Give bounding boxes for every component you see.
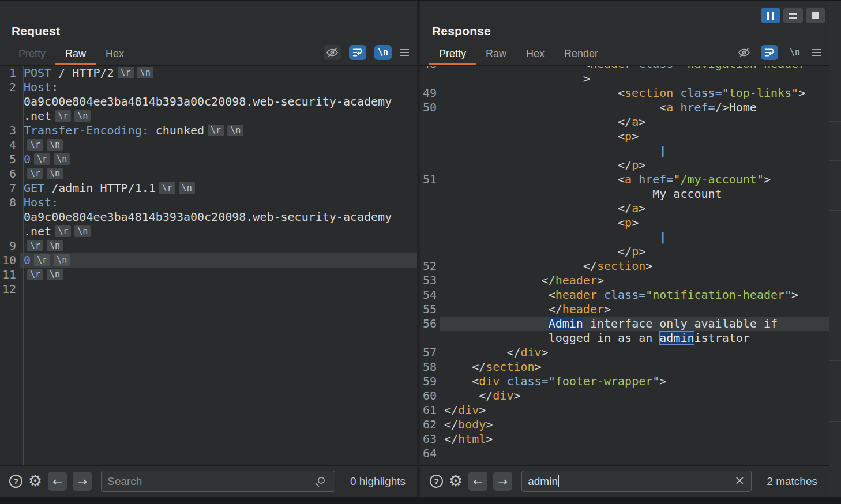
code-line[interactable]: 49 <section class="top-links"> — [420, 86, 829, 100]
token: Host: — [24, 195, 58, 209]
code-line[interactable]: 50\r\n — [0, 152, 417, 167]
code-line[interactable]: | — [420, 230, 829, 245]
show-nonprinting-icon[interactable]: \n — [786, 45, 804, 60]
code-line[interactable]: .net\r\n — [0, 224, 417, 239]
tab-pretty[interactable]: Pretty — [9, 44, 55, 65]
code-line[interactable]: My account — [420, 187, 829, 201]
editor-menu-icon[interactable] — [400, 49, 409, 56]
clear-search-icon[interactable]: × — [733, 473, 746, 488]
search-settings-gear-icon[interactable]: ⚙ — [449, 473, 463, 488]
code-line[interactable]: 11\r\n — [0, 268, 417, 282]
code-line[interactable]: 1POST / HTTP/2\r\n — [0, 66, 417, 80]
code-line[interactable]: 4\r\n — [0, 138, 417, 152]
word-wrap-icon[interactable] — [349, 45, 366, 60]
token: > — [486, 418, 493, 431]
code-line[interactable]: 58 </section> — [420, 360, 829, 374]
code-line[interactable]: 61</div> — [420, 403, 829, 418]
code-line[interactable]: 53 </header> — [420, 273, 829, 288]
search-input[interactable] — [521, 471, 752, 492]
code-line[interactable]: .net\r\n — [0, 109, 417, 123]
line-number: 54 — [420, 288, 440, 302]
code-line[interactable]: 48 <header class="navigation-header" — [420, 66, 829, 72]
code-line[interactable]: 2Host: — [0, 80, 417, 95]
code-line[interactable]: 57 </div> — [420, 345, 829, 360]
code-line[interactable]: <p> — [420, 129, 829, 144]
token: " — [673, 172, 680, 186]
token: 0 — [24, 152, 31, 166]
code-line[interactable]: 0a9c00e804ee3ba4814b393a00c20098.web-sec… — [0, 95, 417, 109]
editor-menu-icon[interactable] — [812, 49, 821, 56]
code-line[interactable]: 9\r\n — [0, 239, 417, 253]
code-line[interactable]: 56 Admin interface only available if — [420, 317, 829, 331]
code-line[interactable]: 52 </section> — [420, 259, 829, 273]
code-line[interactable]: </a> — [420, 115, 829, 129]
line-number: 55 — [420, 302, 440, 317]
next-match-button[interactable]: → — [493, 472, 512, 491]
code-line[interactable]: </p> — [420, 245, 829, 259]
code-line[interactable]: | — [420, 144, 829, 158]
code-text: </header> — [440, 302, 829, 317]
view-single-panel-button[interactable] — [806, 8, 825, 23]
code-line[interactable]: <p> — [420, 216, 829, 230]
view-layout-buttons — [761, 8, 825, 23]
code-line[interactable]: 50 <a href=/>Home — [420, 100, 829, 115]
token: href — [673, 100, 708, 114]
line-number — [420, 115, 440, 129]
code-line[interactable]: 60 </div> — [420, 389, 829, 403]
code-line[interactable]: 6\r\n — [0, 167, 417, 181]
hide-highlights-icon[interactable] — [735, 45, 753, 60]
token: p — [632, 245, 639, 258]
previous-match-button[interactable]: ← — [48, 472, 67, 491]
code-line[interactable]: 8Host: — [0, 195, 417, 210]
code-line[interactable]: 62</body> — [420, 418, 829, 432]
request-editor[interactable]: 1POST / HTTP/2\r\n2Host:0a9c00e804ee3ba4… — [0, 66, 417, 465]
response-editor[interactable]: 48 <header class="navigation-header" >49… — [420, 66, 829, 465]
tab-hex[interactable]: Hex — [516, 44, 554, 65]
search-settings-gear-icon[interactable]: ⚙ — [28, 473, 42, 488]
code-line[interactable]: 12 — [0, 282, 417, 296]
request-editor-toolbar: \n — [324, 45, 409, 60]
code-line[interactable]: </a> — [420, 201, 829, 216]
word-wrap-icon[interactable] — [761, 45, 778, 60]
tab-render[interactable]: Render — [554, 44, 608, 65]
next-match-button[interactable]: → — [73, 472, 92, 491]
search-input[interactable] — [101, 471, 335, 492]
view-split-rows-button[interactable] — [783, 8, 803, 23]
code-text: My account — [440, 187, 829, 201]
code-line[interactable]: </p> — [420, 158, 829, 172]
previous-match-button[interactable]: ← — [468, 472, 487, 491]
crlf-chip: \r — [55, 225, 71, 237]
code-line[interactable]: 3Transfer-Encoding: chunked\r\n — [0, 123, 417, 138]
token: html — [458, 432, 486, 446]
token: < — [618, 86, 625, 100]
token: > — [583, 72, 590, 85]
code-text: <a href=/>Home — [440, 100, 829, 115]
help-icon[interactable]: ? — [430, 475, 443, 488]
indent — [444, 230, 659, 244]
tab-raw[interactable]: Raw — [55, 44, 96, 65]
response-panel: Response PrettyRawHexRender \n 48 <heade… — [420, 1, 829, 497]
code-line[interactable]: 100\r\n — [0, 253, 417, 268]
tab-pretty[interactable]: Pretty — [429, 44, 476, 65]
code-line[interactable]: 63</html> — [420, 432, 829, 446]
inspector-collapsed-strip[interactable] — [829, 1, 841, 497]
code-line[interactable]: 51 <a href="/my-account"> — [420, 172, 829, 187]
help-icon[interactable]: ? — [9, 475, 22, 488]
view-split-columns-button[interactable] — [761, 8, 780, 23]
code-line[interactable]: 7GET /admin HTTP/1.1\r\n — [0, 181, 417, 195]
token: > — [639, 245, 645, 258]
indent — [444, 187, 652, 201]
code-line[interactable]: 64 — [420, 446, 829, 461]
code-line[interactable]: > — [420, 72, 829, 86]
tab-raw[interactable]: Raw — [476, 44, 516, 65]
code-line[interactable]: 0a9c00e804ee3ba4814b393a00c20098.web-sec… — [0, 210, 417, 224]
code-line[interactable]: 55 </header> — [420, 302, 829, 317]
token: div — [458, 403, 479, 417]
hide-highlights-icon[interactable] — [324, 45, 341, 60]
code-line[interactable]: logged in as an administrator — [420, 331, 829, 345]
show-nonprinting-icon[interactable]: \n — [374, 45, 392, 60]
tab-hex[interactable]: Hex — [96, 44, 134, 65]
code-line[interactable]: 59 <div class="footer-wrapper"> — [420, 374, 829, 389]
token: class — [673, 86, 715, 100]
code-line[interactable]: 54 <header class="notification-header"> — [420, 288, 829, 302]
